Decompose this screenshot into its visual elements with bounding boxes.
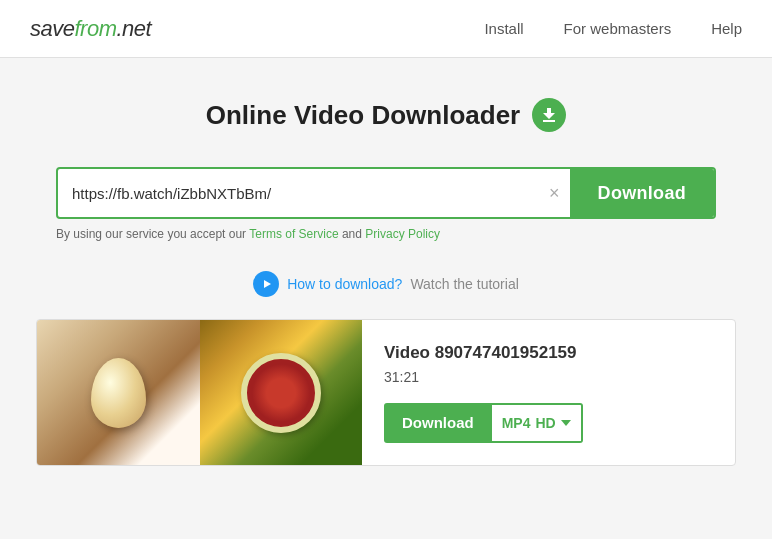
svg-rect-0 [543, 120, 555, 122]
video-id: Video 890747401952159 [384, 343, 713, 363]
how-to-row: How to download? Watch the tutorial [253, 271, 519, 297]
title-download-icon [532, 98, 566, 132]
thumbnail-visual-2 [241, 353, 321, 433]
format-label: MP4 [502, 415, 531, 431]
nav-help[interactable]: Help [711, 20, 742, 37]
watch-tutorial-text: Watch the tutorial [410, 276, 518, 292]
page-title: Online Video Downloader [206, 100, 520, 131]
thumbnail-visual-1 [91, 358, 146, 428]
nav: Install For webmasters Help [484, 20, 742, 37]
play-triangle-icon [262, 279, 272, 289]
quality-label: HD [535, 415, 555, 431]
terms-text: By using our service you accept our Term… [56, 227, 716, 241]
arrow-down-icon [541, 107, 557, 123]
nav-for-webmasters[interactable]: For webmasters [564, 20, 672, 37]
header: savefrom.net Install For webmasters Help [0, 0, 772, 58]
nav-install[interactable]: Install [484, 20, 523, 37]
privacy-policy-link[interactable]: Privacy Policy [365, 227, 440, 241]
video-thumbnails [37, 320, 362, 465]
terms-of-service-link[interactable]: Terms of Service [249, 227, 338, 241]
result-download-button[interactable]: Download [384, 403, 492, 443]
video-duration: 31:21 [384, 369, 713, 385]
svg-marker-1 [264, 280, 271, 288]
result-info: Video 890747401952159 31:21 Download MP4… [362, 323, 735, 463]
url-input[interactable] [58, 169, 539, 217]
clear-button[interactable]: × [539, 169, 570, 217]
thumbnail-1 [37, 320, 200, 465]
main-content: Online Video Downloader × Download By us… [0, 58, 772, 496]
how-to-download-link[interactable]: How to download? [287, 276, 402, 292]
download-button[interactable]: Download [570, 169, 714, 217]
thumbnail-2 [200, 320, 363, 465]
result-card: Video 890747401952159 31:21 Download MP4… [36, 319, 736, 466]
action-row: Download MP4 HD [384, 403, 713, 443]
logo: savefrom.net [30, 16, 151, 42]
search-row: × Download [56, 167, 716, 219]
play-icon [253, 271, 279, 297]
chevron-down-icon [561, 418, 571, 428]
title-row: Online Video Downloader [206, 98, 566, 132]
search-area: × Download By using our service you acce… [56, 167, 716, 241]
format-dropdown[interactable]: MP4 HD [492, 403, 583, 443]
